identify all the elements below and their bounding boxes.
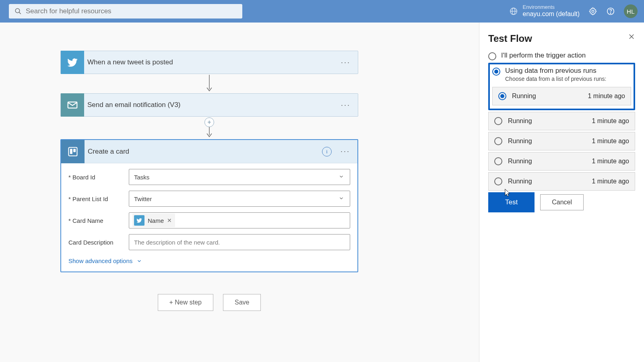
card-header[interactable]: Create a card i ··· <box>61 140 357 163</box>
highlighted-selection: Using data from previous runs Choose dat… <box>488 63 635 110</box>
flow-canvas: When a new tweet is posted ··· Send an e… <box>0 23 479 362</box>
plus-icon: + <box>207 119 211 126</box>
top-bar: Environments enayu.com (default) HL <box>0 0 644 23</box>
help-icon <box>606 7 615 16</box>
run-time: 1 minute ago <box>592 138 629 145</box>
board-id-select[interactable]: Tasks <box>129 169 350 185</box>
twitter-icon <box>61 51 84 74</box>
svg-rect-12 <box>70 149 72 154</box>
previous-runs-list: Running 1 minute ago <box>492 87 631 105</box>
chevron-down-icon <box>339 174 344 181</box>
board-id-label: * Board Id <box>68 174 129 181</box>
radio-icon <box>494 157 502 165</box>
ellipsis-icon: ··· <box>341 58 351 67</box>
test-button[interactable]: Test <box>490 194 533 211</box>
chevron-down-icon <box>136 258 142 264</box>
svg-rect-11 <box>69 147 77 156</box>
option-manual-trigger[interactable]: I'll perform the trigger action <box>488 51 635 60</box>
add-step-button[interactable]: + <box>204 117 214 127</box>
card-desc-label: Card Description <box>68 239 129 246</box>
environment-picker[interactable]: Environments enayu.com (default) <box>509 4 580 18</box>
search-input[interactable] <box>26 7 237 15</box>
advanced-label: Show advanced options <box>68 257 132 264</box>
card-name-input[interactable]: Name ✕ <box>129 212 350 228</box>
svg-line-1 <box>19 12 21 14</box>
help-button[interactable] <box>606 7 615 16</box>
dynamic-token[interactable]: Name ✕ <box>132 214 175 227</box>
env-value: enayu.com (default) <box>523 10 580 18</box>
cancel-button[interactable]: Cancel <box>540 194 584 210</box>
radio-icon <box>498 92 506 100</box>
step-more-button[interactable]: ··· <box>341 94 351 116</box>
token-label: Name <box>148 217 164 224</box>
svg-point-7 <box>610 13 611 13</box>
run-status: Running <box>508 138 532 145</box>
run-time: 1 minute ago <box>592 178 629 185</box>
svg-point-5 <box>592 10 594 12</box>
connector-add: + <box>205 117 213 139</box>
trigger-title: When a new tweet is posted <box>87 58 173 66</box>
twitter-icon <box>134 215 144 226</box>
remove-token-button[interactable]: ✕ <box>167 217 172 224</box>
previous-runs-list-rest: Running 1 minute ago Running 1 minute ag… <box>488 112 635 191</box>
run-row[interactable]: Running 1 minute ago <box>488 112 635 130</box>
option-previous-label: Using data from previous runs <box>505 67 606 75</box>
test-flow-panel: Test Flow I'll perform the trigger actio… <box>479 23 644 362</box>
run-time: 1 minute ago <box>592 158 629 165</box>
run-row[interactable]: Running 1 minute ago <box>488 172 635 191</box>
list-id-value: Twitter <box>134 195 152 202</box>
show-advanced-button[interactable]: Show advanced options <box>68 257 350 264</box>
run-status: Running <box>508 158 532 165</box>
run-status: Running <box>512 93 536 100</box>
action-title: Send an email notification (V3) <box>87 101 181 109</box>
radio-icon <box>492 68 500 76</box>
close-icon <box>628 33 635 40</box>
radio-icon <box>494 177 502 185</box>
close-panel-button[interactable] <box>628 32 635 43</box>
run-status: Running <box>508 178 532 185</box>
run-time: 1 minute ago <box>588 93 625 100</box>
run-row[interactable]: Running 1 minute ago <box>488 152 635 171</box>
run-time: 1 minute ago <box>592 117 629 125</box>
action-step-create-card: Create a card i ··· * Board Id Tasks <box>60 139 358 272</box>
option-manual-label: I'll perform the trigger action <box>501 51 586 60</box>
globe-icon <box>509 7 518 16</box>
radio-icon <box>494 117 502 125</box>
option-previous-runs[interactable]: Using data from previous runs Choose dat… <box>492 67 631 82</box>
env-label: Environments <box>523 4 580 10</box>
card-desc-input[interactable]: The description of the new card. <box>129 234 350 250</box>
ellipsis-icon: ··· <box>341 147 350 156</box>
list-id-label: * Parent List Id <box>68 195 129 202</box>
trigger-step[interactable]: When a new tweet is posted ··· <box>60 51 358 74</box>
list-id-select[interactable]: Twitter <box>129 191 350 207</box>
save-button[interactable]: Save <box>223 294 261 311</box>
svg-rect-13 <box>73 149 76 152</box>
trello-icon <box>61 140 85 163</box>
connector-arrow <box>205 74 213 93</box>
svg-point-0 <box>15 8 20 13</box>
run-row[interactable]: Running 1 minute ago <box>488 132 635 150</box>
step-more-button[interactable]: ··· <box>341 51 351 74</box>
radio-icon <box>488 52 496 60</box>
ellipsis-icon: ··· <box>341 101 351 109</box>
radio-icon <box>494 137 502 145</box>
gear-icon <box>588 7 597 16</box>
action-step-email[interactable]: Send an email notification (V3) ··· <box>60 93 358 117</box>
new-step-button[interactable]: + New step <box>158 294 213 311</box>
run-status: Running <box>508 117 532 125</box>
card-title: Create a card <box>88 148 129 156</box>
info-icon[interactable]: i <box>322 147 332 156</box>
panel-title: Test Flow <box>488 33 635 44</box>
card-desc-placeholder: The description of the new card. <box>134 239 220 246</box>
avatar[interactable]: HL <box>624 4 638 18</box>
chevron-down-icon <box>339 195 344 202</box>
search-icon <box>14 8 22 15</box>
search-input-wrap[interactable] <box>9 4 242 19</box>
board-id-value: Tasks <box>134 174 149 181</box>
run-row[interactable]: Running 1 minute ago <box>492 87 631 105</box>
option-previous-sublabel: Choose data from a list of previous runs… <box>505 76 606 82</box>
step-more-button[interactable]: ··· <box>341 140 350 163</box>
settings-button[interactable] <box>588 7 597 16</box>
card-name-label: * Card Name <box>68 217 129 224</box>
highlighted-test-button: Test <box>488 192 535 212</box>
